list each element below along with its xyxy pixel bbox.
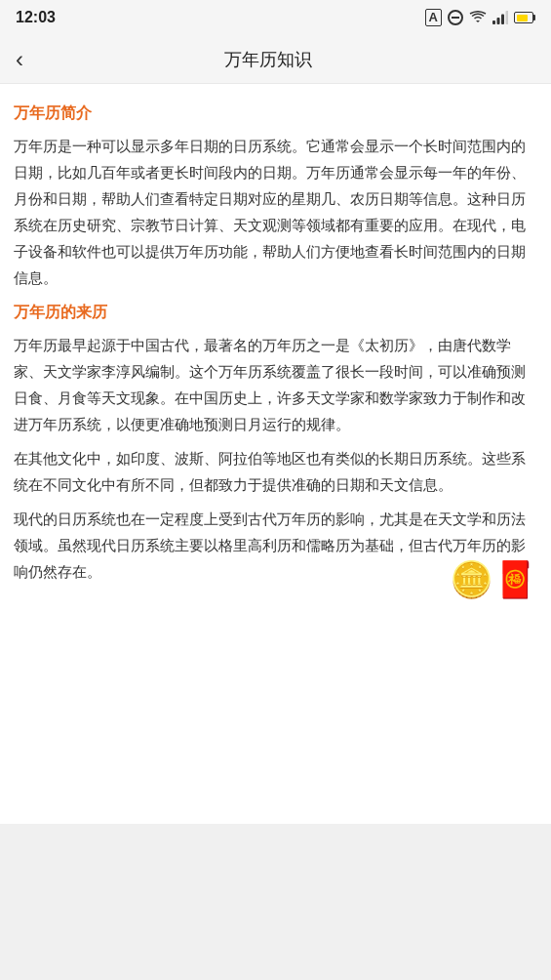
section-intro-title: 万年历简介 — [14, 100, 537, 127]
back-button[interactable]: ‹ — [16, 48, 23, 71]
page-title: 万年历知识 — [23, 48, 512, 71]
header: ‹ 万年历知识 — [0, 35, 551, 84]
wifi-icon — [469, 11, 487, 24]
bottom-gray-area — [0, 824, 551, 980]
svg-rect-4 — [506, 11, 509, 24]
signal-icon — [492, 11, 508, 24]
minus-circle-icon — [448, 10, 463, 25]
section-intro: 万年历简介 万年历是一种可以显示多年日期的日历系统。它通常会显示一个长时间范围内… — [14, 100, 537, 291]
content-area: 万年历简介 万年历是一种可以显示多年日期的日历系统。它通常会显示一个长时间范围内… — [0, 84, 551, 824]
section-origin-title: 万年历的来历 — [14, 299, 537, 326]
svg-rect-3 — [501, 15, 504, 25]
battery-icon — [514, 12, 535, 23]
section-origin: 万年历的来历 万年历最早起源于中国古代，最著名的万年历之一是《太初历》，由唐代数… — [14, 299, 537, 585]
section-origin-body-3: 现代的日历系统也在一定程度上受到古代万年历的影响，尤其是在天文学和历法领域。虽然… — [14, 506, 537, 585]
svg-rect-1 — [492, 20, 495, 24]
status-bar: 12:03 A — [0, 0, 551, 35]
status-icons: A — [425, 9, 535, 26]
svg-marker-0 — [476, 20, 480, 22]
section-intro-body: 万年历是一种可以显示多年日期的日历系统。它通常会显示一个长时间范围内的日期，比如… — [14, 133, 537, 291]
decorative-emoji: 🪙🧧 — [450, 549, 537, 612]
status-time: 12:03 — [16, 9, 56, 26]
svg-rect-2 — [497, 18, 500, 24]
a-indicator-icon: A — [425, 9, 442, 26]
section-origin-body-1: 万年历最早起源于中国古代，最著名的万年历之一是《太初历》，由唐代数学家、天文学家… — [14, 332, 537, 437]
section-origin-body-2: 在其他文化中，如印度、波斯、阿拉伯等地区也有类似的长期日历系统。这些系统在不同文… — [14, 445, 537, 498]
